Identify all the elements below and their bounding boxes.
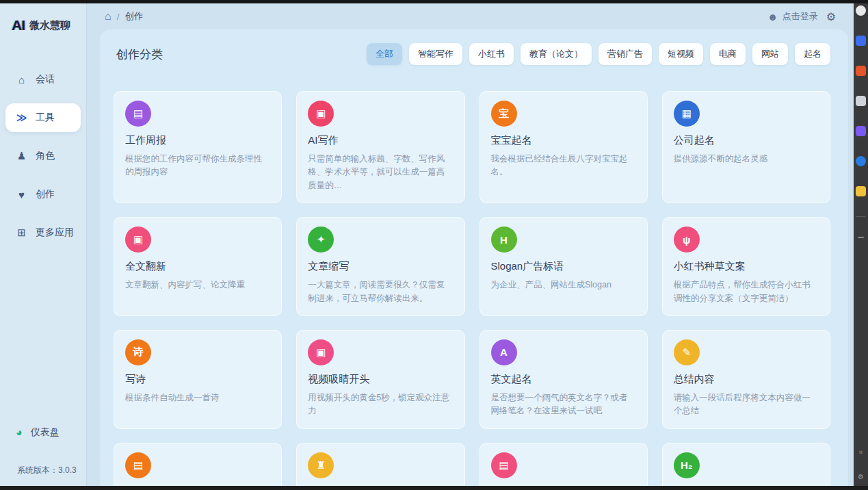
tool-card-新媒体文章标题创作[interactable]: H₂新媒体文章标题创作根据输入的关键词生成引人入胜的文章标题 (662, 443, 830, 490)
tool-card-Slogan广告标语[interactable]: HSlogan广告标语为企业、产品、网站生成Slogan (479, 217, 648, 316)
strip-collapse-handle[interactable] (858, 237, 864, 238)
strip-bottom-icons: ⌗⚙ (858, 448, 864, 490)
card-title: 文章缩写 (308, 260, 453, 273)
tool-card-英文起名[interactable]: A英文起名是否想要一个阔气的英文名字？或者网络笔名？在这里来试一试吧 (479, 330, 648, 429)
system-version: 系统版本：3.0.3 (5, 447, 81, 479)
tab-智能写作[interactable]: 智能写作 (409, 43, 462, 65)
sidebar-item-会话[interactable]: ⌂会话 (5, 65, 81, 94)
app-icon-3[interactable] (856, 66, 866, 76)
card-description: 根据条件自动生成一首诗 (125, 391, 270, 404)
home-icon[interactable]: ⌂ (105, 10, 111, 23)
card-description: 只需简单的输入标题、字数、写作风格、学术水平等，就可以生成一篇高质量的… (308, 153, 453, 192)
tab-起名[interactable]: 起名 (795, 43, 830, 65)
poem-icon: 诗 (125, 339, 151, 365)
card-description: 提供源源不断的起名灵感 (674, 153, 819, 166)
app-title: 微水慧聊 (29, 19, 70, 32)
tab-全部[interactable]: 全部 (367, 43, 402, 65)
card-title: 小红书种草文案 (674, 260, 819, 273)
sidebar-item-label: 工具 (36, 112, 55, 124)
baby-name-icon: 宝 (491, 101, 517, 127)
sidebar-item-角色[interactable]: ♟角色 (5, 142, 81, 170)
tab-营销广告[interactable]: 营销广告 (599, 43, 652, 65)
breadcrumb: ⌂ / 创作 (105, 10, 143, 23)
right-taskbar-strip: ⌗⚙ (854, 0, 868, 490)
content-panel: 创作分类 全部智能写作小红书教育（论文）营销广告短视频电商网站起名 ▤工作周报根… (100, 29, 848, 490)
card-description: 一大篇文章，阅读需要很久？仅需复制进来，可立马帮你解读出来。 (308, 279, 453, 305)
cards-grid: ▤工作周报根据您的工作内容可帮你生成条理性的周报内容▣AI写作只需简单的输入标题… (114, 91, 830, 490)
app-icon-4[interactable] (856, 96, 866, 106)
card-title: 工作周报 (125, 134, 270, 147)
tab-教育（论文）[interactable]: 教育（论文） (521, 43, 592, 65)
card-title: 公司起名 (674, 134, 819, 147)
card-title: AI写作 (308, 134, 453, 147)
tool-card-文章缩写[interactable]: ✦文章缩写一大篇文章，阅读需要很久？仅需复制进来，可立马帮你解读出来。 (296, 217, 464, 316)
sprout-icon: ψ (674, 227, 700, 253)
tool-card-撰写文章大纲[interactable]: ▤撰写文章大纲填写主题，针对这个主题生成大纲 (479, 443, 648, 490)
sidebar: AI 微水慧聊 ⌂会话≫工具♟角色♥创作⊞更多应用 ◕ 仪表盘 系统版本：3.0… (0, 3, 87, 486)
sidebar-item-创作[interactable]: ♥创作 (5, 180, 81, 209)
building-icon: ▦ (674, 101, 700, 127)
outline-doc-icon: ▤ (491, 452, 517, 478)
sidebar-item-dashboard[interactable]: ◕ 仪表盘 (5, 418, 81, 447)
sidebar-item-工具[interactable]: ≫工具 (5, 103, 81, 132)
app-icon-7[interactable] (856, 186, 866, 196)
tab-电商[interactable]: 电商 (710, 43, 746, 65)
topbar: ⌂ / 创作 ☻ 点击登录 ⚙ (87, 3, 854, 29)
tool-card-景点打卡文案[interactable]: ♜景点打卡文案输入城市或景点的名称，便可得到一篇打卡文案 (296, 443, 464, 490)
role-icon: ♟ (16, 150, 27, 162)
breadcrumb-separator: / (117, 12, 120, 22)
card-description: 根据您的工作内容可帮你生成条理性的周报内容 (125, 153, 270, 179)
main-area: ⌂ / 创作 ☻ 点击登录 ⚙ 创作分类 全部智能写作小红书教育（论文）营销广告… (87, 3, 854, 486)
app-icon-6[interactable] (856, 156, 866, 166)
tool-card-工作周报[interactable]: ▤工作周报根据您的工作内容可帮你生成条理性的周报内容 (114, 91, 282, 203)
tool-card-宝宝起名[interactable]: 宝宝宝起名我会根据已经结合生辰八字对宝宝起名。 (479, 91, 648, 203)
app-icon-2[interactable] (856, 36, 866, 46)
h2-icon: H₂ (674, 452, 700, 478)
tower-icon: ♜ (308, 452, 334, 478)
sidebar-item-label: 角色 (36, 150, 55, 162)
login-button[interactable]: ☻ 点击登录 (767, 10, 818, 23)
letter-h-icon: H (491, 227, 517, 253)
bird-icon: ✦ (308, 227, 334, 253)
tool-card-公司起名[interactable]: ▦公司起名提供源源不断的起名灵感 (662, 91, 830, 203)
card-description: 为企业、产品、网站生成Slogan (491, 279, 636, 292)
page-title: 创作分类 (114, 47, 163, 62)
card-description: 文章翻新、内容扩写、论文降重 (125, 279, 270, 292)
tool-card-小红书种草文案[interactable]: ψ小红书种草文案根据产品特点，帮你生成符合小红书调性的分享文案（文字更简洁） (662, 217, 830, 316)
tool-card-总结内容[interactable]: ✎总结内容请输入一段话后程序将文本内容做一个总结 (662, 330, 830, 429)
app-screen: AI 微水慧聊 ⌂会话≫工具♟角色♥创作⊞更多应用 ◕ 仪表盘 系统版本：3.0… (0, 0, 868, 490)
app-icon-1[interactable] (856, 5, 866, 16)
category-tabs: 全部智能写作小红书教育（论文）营销广告短视频电商网站起名 (367, 43, 830, 65)
document-icon: ▤ (125, 452, 151, 478)
tab-小红书[interactable]: 小红书 (469, 43, 514, 65)
tool-card-视频吸睛开头[interactable]: ▣视频吸睛开头用视频开头的黄金5秒，锁定观众注意力 (296, 330, 464, 429)
monitor-icon: ▣ (308, 339, 334, 365)
chat-home-icon: ⌂ (16, 74, 27, 86)
sidebar-bottom: ◕ 仪表盘 系统版本：3.0.3 (0, 418, 86, 479)
document-icon: ▤ (125, 101, 151, 127)
topbar-right: ☻ 点击登录 ⚙ (767, 10, 836, 23)
sidebar-item-label: 更多应用 (36, 227, 74, 239)
card-description: 请输入一段话后程序将文本内容做一个总结 (674, 391, 819, 418)
card-description: 我会根据已经结合生辰八字对宝宝起名。 (491, 153, 636, 179)
app-logo: AI 微水慧聊 (0, 17, 86, 34)
app-icon-5[interactable] (856, 126, 866, 136)
tool-card-写诗[interactable]: 诗写诗根据条件自动生成一首诗 (114, 330, 282, 429)
more-apps-icon: ⊞ (16, 227, 27, 239)
sidebar-item-更多应用[interactable]: ⊞更多应用 (5, 218, 81, 247)
login-label: 点击登录 (782, 10, 818, 23)
strip-widget-icon[interactable]: ⌗ (859, 448, 863, 456)
tab-短视频[interactable]: 短视频 (659, 43, 703, 65)
gear-icon[interactable]: ⚙ (826, 10, 836, 23)
dashboard-label: 仪表盘 (31, 426, 60, 439)
strip-settings-icon[interactable]: ⚙ (858, 473, 864, 480)
monitor-icon: ▣ (308, 101, 334, 127)
card-title: 全文翻新 (125, 260, 270, 273)
dashboard-pie-icon: ◕ (16, 426, 23, 439)
tab-网站[interactable]: 网站 (752, 43, 788, 65)
tool-card-全文翻新[interactable]: ▣全文翻新文章翻新、内容扩写、论文降重 (114, 217, 282, 316)
user-icon: ☻ (767, 11, 778, 23)
card-title: 视频吸睛开头 (308, 373, 453, 386)
tool-card-产品简介[interactable]: ▤产品简介生成让人想下单的产品介绍文案 (114, 443, 282, 490)
tool-card-AI写作[interactable]: ▣AI写作只需简单的输入标题、字数、写作风格、学术水平等，就可以生成一篇高质量的… (296, 91, 464, 203)
